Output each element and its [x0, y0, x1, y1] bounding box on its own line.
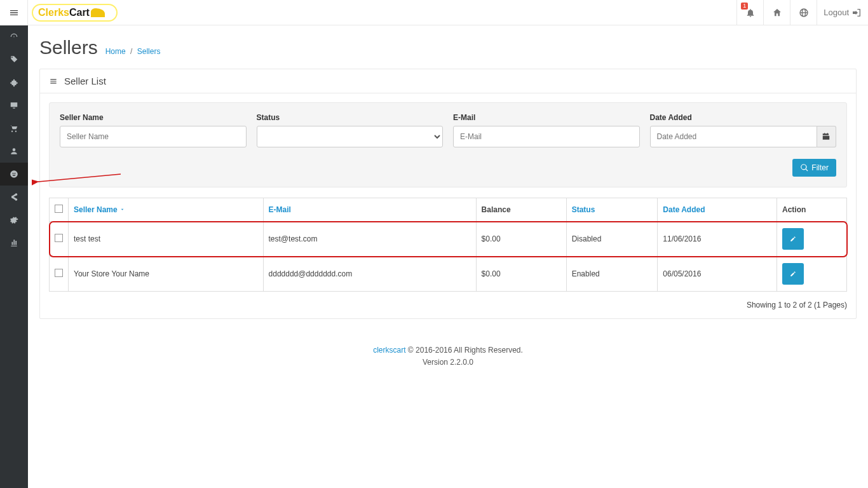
page-title: Sellers	[39, 37, 98, 58]
sidebar-item-extensions[interactable]	[0, 71, 28, 94]
logo-text-part1: Clerks	[38, 7, 69, 18]
logo-text-part2: Cart	[69, 7, 90, 18]
header-action: Action	[777, 198, 847, 222]
cell-status: Enabled	[566, 257, 658, 292]
row-checkbox[interactable]	[55, 269, 63, 277]
home-button[interactable]	[763, 0, 790, 25]
home-icon	[772, 8, 782, 18]
filter-date-input[interactable]	[650, 126, 817, 147]
select-all-checkbox[interactable]	[55, 205, 63, 213]
cell-balance: $0.00	[476, 222, 566, 257]
filter-status-label: Status	[257, 113, 444, 122]
list-icon	[49, 77, 58, 86]
filter-email-input[interactable]	[453, 126, 640, 147]
filter-button[interactable]: Filter	[792, 159, 836, 177]
header-actions: 1 Logout	[736, 0, 868, 25]
panel-heading: Seller List	[40, 69, 856, 93]
cell-date: 11/06/2016	[658, 222, 777, 257]
panel-title: Seller List	[64, 76, 106, 86]
dashboard-icon	[10, 32, 18, 41]
puzzle-icon	[10, 78, 18, 87]
sidebar-item-marketing[interactable]	[0, 186, 28, 208]
filter-button-label: Filter	[811, 163, 829, 172]
gear-icon	[10, 215, 18, 224]
footer-brand-link[interactable]: clerkscart	[373, 346, 405, 355]
share-icon	[10, 193, 18, 201]
breadcrumb-separator: /	[130, 47, 132, 56]
tag-icon	[10, 55, 18, 64]
cart-icon	[10, 124, 18, 133]
filter-email-label: E-Mail	[453, 113, 640, 122]
table-row: test testtest@test.com$0.00Disabled11/06…	[50, 222, 847, 257]
sidebar-item-sales[interactable]	[0, 117, 28, 140]
breadcrumb-current[interactable]: Sellers	[137, 47, 161, 56]
hamburger-icon	[9, 8, 19, 18]
menu-toggle-button[interactable]	[0, 0, 28, 25]
desktop-icon	[10, 101, 18, 110]
logout-icon	[851, 8, 862, 18]
globe-icon	[799, 8, 809, 18]
breadcrumb-home[interactable]: Home	[105, 47, 126, 56]
logo[interactable]: ClerksCart	[32, 3, 118, 23]
logout-button[interactable]: Logout	[817, 0, 868, 25]
smile-icon	[10, 170, 18, 179]
notification-badge: 1	[741, 3, 748, 10]
sidebar-item-catalog[interactable]	[0, 48, 28, 71]
header-date-added[interactable]: Date Added	[658, 198, 777, 222]
edit-button[interactable]	[782, 263, 804, 285]
cell-email: ddddddd@ddddddd.com	[263, 257, 476, 292]
row-checkbox[interactable]	[55, 234, 63, 242]
header-seller-name[interactable]: Seller Name	[69, 198, 264, 222]
header-balance: Balance	[476, 198, 566, 222]
filter-date-label: Date Added	[650, 113, 837, 122]
table-row: Your Store Your Nameddddddd@ddddddd.com$…	[50, 257, 847, 292]
header-checkbox-cell	[50, 198, 69, 222]
footer: clerkscart © 2016-2016 All Rights Reserv…	[39, 344, 857, 369]
logout-label: Logout	[824, 8, 849, 17]
sidebar-item-reports[interactable]	[0, 231, 28, 254]
cell-seller-name: Your Store Your Name	[69, 257, 264, 292]
sidebar	[0, 25, 28, 388]
sidebar-item-sellers[interactable]	[0, 163, 28, 186]
sidebar-item-customers[interactable]	[0, 140, 28, 163]
filter-seller-name-label: Seller Name	[60, 113, 247, 122]
header-email[interactable]: E-Mail	[263, 198, 476, 222]
cell-email: test@test.com	[263, 222, 476, 257]
store-button[interactable]	[790, 0, 817, 25]
cell-status: Disabled	[566, 222, 658, 257]
footer-copy: © 2016-2016 All Rights Reserved.	[406, 346, 523, 355]
pagination-info: Showing 1 to 2 of 2 (1 Pages)	[49, 301, 847, 309]
breadcrumb: Home / Sellers	[105, 47, 161, 56]
sort-desc-icon	[119, 207, 125, 212]
logo-cap-icon	[91, 8, 105, 17]
edit-button[interactable]	[782, 228, 804, 250]
sidebar-item-design[interactable]	[0, 94, 28, 117]
sidebar-item-dashboard[interactable]	[0, 25, 28, 48]
filter-seller-name-input[interactable]	[60, 126, 247, 147]
footer-version: Version 2.2.0.0	[39, 356, 857, 369]
filter-status-select[interactable]	[257, 126, 444, 147]
main-content: Sellers Home / Sellers Seller List Selle…	[28, 25, 868, 388]
date-picker-button[interactable]	[817, 126, 836, 147]
cell-seller-name: test test	[69, 222, 264, 257]
notifications-button[interactable]: 1	[736, 0, 763, 25]
calendar-icon	[822, 132, 831, 141]
search-icon	[800, 163, 809, 172]
seller-table: Seller Name E-Mail Balance Status Date A…	[49, 198, 847, 292]
cell-balance: $0.00	[476, 257, 566, 292]
seller-list-panel: Seller List Seller Name Status E-Mail	[39, 69, 857, 319]
header-status[interactable]: Status	[566, 198, 658, 222]
sidebar-item-system[interactable]	[0, 208, 28, 231]
pencil-icon	[790, 234, 796, 243]
filter-well: Seller Name Status E-Mail Date Added	[49, 102, 847, 187]
top-header: ClerksCart 1 Logout	[0, 0, 868, 25]
page-header: Sellers Home / Sellers	[39, 37, 857, 58]
cell-date: 06/05/2016	[658, 257, 777, 292]
pencil-icon	[790, 269, 796, 278]
chart-icon	[10, 238, 18, 247]
user-icon	[10, 147, 18, 156]
